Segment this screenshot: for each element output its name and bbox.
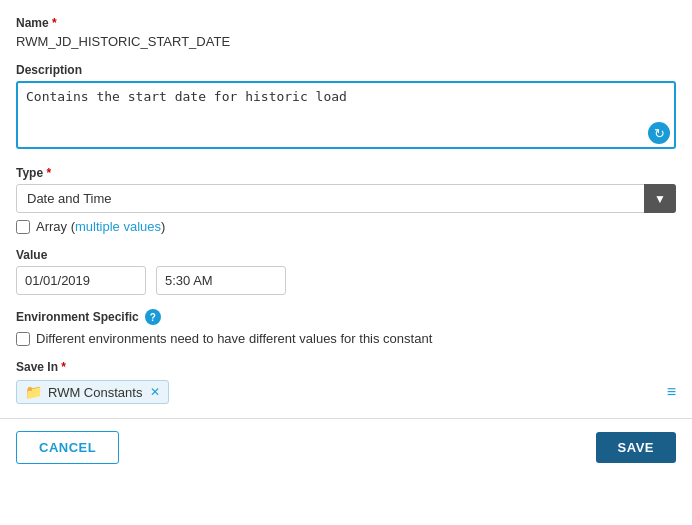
value-time-input[interactable] [156, 266, 286, 295]
name-label: Name * [16, 16, 676, 30]
value-row [16, 266, 676, 295]
save-in-label: Save In * [16, 360, 676, 374]
env-checkbox-row: Different environments need to have diff… [16, 331, 676, 346]
tag-close-icon[interactable]: ✕ [150, 385, 160, 399]
array-checkbox[interactable] [16, 220, 30, 234]
env-desc: Different environments need to have diff… [36, 331, 432, 346]
array-checkbox-row: Array (multiple values) [16, 219, 676, 234]
value-label: Value [16, 248, 676, 262]
save-in-content: 📁 RWM Constants ✕ [16, 380, 169, 404]
help-icon[interactable]: ? [145, 309, 161, 325]
type-label: Type * [16, 166, 676, 180]
type-select-wrapper: Date and Time String Integer Boolean Num… [16, 184, 676, 213]
folder-name: RWM Constants [48, 385, 142, 400]
env-checkbox[interactable] [16, 332, 30, 346]
description-input[interactable]: Contains the start date for historic loa… [16, 81, 676, 149]
name-label-text: Name [16, 16, 49, 30]
env-specific-row: Environment Specific ? [16, 309, 676, 325]
cancel-button[interactable]: CANCEL [16, 431, 119, 464]
folder-icon: 📁 [25, 384, 42, 400]
folder-tag: 📁 RWM Constants ✕ [16, 380, 169, 404]
description-wrapper: Contains the start date for historic loa… [16, 81, 676, 152]
type-select[interactable]: Date and Time String Integer Boolean Num… [16, 184, 676, 213]
value-date-input[interactable] [16, 266, 146, 295]
save-button[interactable]: SAVE [596, 432, 676, 463]
name-value: RWM_JD_HISTORIC_START_DATE [16, 34, 676, 49]
save-in-row: 📁 RWM Constants ✕ ≡ [16, 380, 676, 404]
footer: CANCEL SAVE [0, 419, 692, 476]
array-label: Array (multiple values) [36, 219, 165, 234]
list-icon[interactable]: ≡ [667, 383, 676, 401]
description-label: Description [16, 63, 676, 77]
env-specific-label: Environment Specific [16, 310, 139, 324]
refresh-icon[interactable]: ↻ [648, 122, 670, 144]
